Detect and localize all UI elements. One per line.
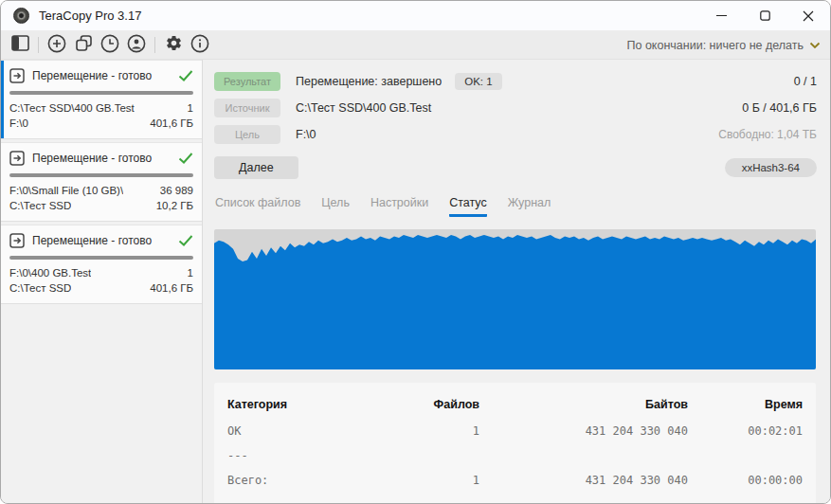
close-button[interactable] xyxy=(786,1,830,30)
stats-header-row: Категория Файлов Байтов Время xyxy=(227,392,803,417)
task-title: Перемещение - готово xyxy=(32,234,171,247)
result-pill[interactable]: Результат xyxy=(214,72,280,91)
on-finish-label: По окончании: ничего не делать xyxy=(626,39,804,52)
app-icon xyxy=(13,8,29,24)
files-counter: 0 / 1 xyxy=(794,75,817,88)
next-button[interactable]: Далее xyxy=(214,156,298,179)
task-size: 10,2 ГБ xyxy=(156,198,193,213)
ok-count-badge[interactable]: OK: 1 xyxy=(455,73,501,90)
close-icon xyxy=(803,10,814,22)
window-controls xyxy=(699,1,830,30)
chevron-down-icon xyxy=(809,42,821,49)
tab-settings[interactable]: Настройки xyxy=(370,196,428,217)
cell-files: 1 xyxy=(370,419,479,443)
history-button[interactable] xyxy=(97,33,123,58)
info-circle-icon xyxy=(190,34,209,57)
task-card[interactable]: Перемещение - готово C:\Тест SSD\400 GB.… xyxy=(1,60,202,139)
move-task-icon xyxy=(9,68,25,83)
task-list-sidebar: Перемещение - готово C:\Тест SSD\400 GB.… xyxy=(1,60,203,504)
task-progress-bar xyxy=(9,173,193,177)
task-summary: Результат Перемещение: завершено OK: 1 0… xyxy=(203,60,830,180)
copy-button[interactable] xyxy=(70,33,97,58)
task-title: Перемещение - готово xyxy=(32,152,171,165)
cell-bytes: 431 204 330 040 xyxy=(479,468,688,493)
title-bar: TeraCopy Pro 3.17 xyxy=(1,1,830,31)
toolbar: По окончании: ничего не делать xyxy=(1,31,830,60)
col-files: Файлов xyxy=(370,392,479,417)
info-button[interactable] xyxy=(187,33,213,58)
window-title: TeraCopy Pro 3.17 xyxy=(39,9,141,23)
minimize-button[interactable] xyxy=(699,1,743,30)
tab-status[interactable]: Статус xyxy=(449,196,487,217)
task-progress-bar xyxy=(9,91,193,95)
cell-category: --- xyxy=(227,443,370,468)
cell-time: 00:02:01 xyxy=(688,419,803,443)
result-status-text: Перемещение: завершено xyxy=(296,75,442,88)
target-path: F:\0 xyxy=(296,128,316,141)
maximize-icon xyxy=(760,10,770,21)
task-size: 401,6 ГБ xyxy=(150,280,193,296)
task-source-path: F:\0\400 GB.Test xyxy=(9,265,91,280)
add-task-button[interactable] xyxy=(44,33,70,58)
stats-row-total: Всего: 1 431 204 330 040 00:00:00 xyxy=(227,468,803,493)
minimize-icon xyxy=(716,10,727,21)
check-icon xyxy=(178,153,193,164)
hash-algorithm-button[interactable]: xxHash3-64 xyxy=(725,158,817,177)
task-file-count: 1 xyxy=(188,100,193,116)
clock-icon xyxy=(100,34,119,57)
cell-time xyxy=(688,443,803,468)
cell-files xyxy=(370,443,479,468)
task-size: 401,6 ГБ xyxy=(150,116,193,131)
tab-log[interactable]: Журнал xyxy=(508,196,551,217)
speed-area xyxy=(214,235,816,369)
transfer-speed-chart xyxy=(214,229,816,369)
account-button[interactable] xyxy=(123,33,150,58)
tab-bar: Список файлов Цель Настройки Статус Журн… xyxy=(203,187,830,217)
cell-time: 00:00:00 xyxy=(688,468,803,493)
sidebar-toggle-button[interactable] xyxy=(7,33,33,58)
bytes-progress: 0 Б / 401,6 ГБ xyxy=(742,101,817,115)
task-target-path: C:\Тест SSD xyxy=(9,280,71,296)
move-task-icon xyxy=(9,151,25,166)
copy-icon xyxy=(75,34,93,56)
col-bytes: Байтов xyxy=(479,392,688,417)
task-card[interactable]: Перемещение - готово F:\0\400 GB.Test1 C… xyxy=(1,225,202,304)
check-icon xyxy=(178,235,193,246)
status-stats-table: Категория Файлов Байтов Время OK 1 431 2… xyxy=(214,383,816,504)
free-space-text: Свободно: 1,04 ТБ xyxy=(718,128,817,141)
app-window: TeraCopy Pro 3.17 xyxy=(0,0,831,504)
target-pill[interactable]: Цель xyxy=(214,125,280,144)
sidebar-toggle-icon xyxy=(11,35,29,55)
on-finish-dropdown[interactable]: По окончании: ничего не делать xyxy=(626,39,821,52)
col-time: Время xyxy=(688,392,803,417)
main-panel: Результат Перемещение: завершено OK: 1 0… xyxy=(203,60,830,504)
tab-file-list[interactable]: Список файлов xyxy=(215,196,300,217)
task-progress-bar xyxy=(9,256,193,260)
settings-button[interactable] xyxy=(160,33,187,58)
cell-bytes: 431 204 330 040 xyxy=(479,419,688,443)
toolbar-separator xyxy=(154,37,155,53)
user-circle-icon xyxy=(127,34,146,57)
source-pill[interactable]: Источник xyxy=(214,99,280,117)
check-icon xyxy=(178,70,193,81)
cell-bytes xyxy=(479,443,688,468)
task-file-count: 1 xyxy=(188,265,193,280)
task-file-count: 36 989 xyxy=(160,183,193,198)
task-source-path: F:\0\Small File (10 GB)\ xyxy=(9,183,123,198)
maximize-button[interactable] xyxy=(743,1,786,30)
task-card[interactable]: Перемещение - готово F:\0\Small File (10… xyxy=(1,142,202,222)
cell-category: Всего: xyxy=(227,468,370,493)
task-source-path: C:\Тест SSD\400 GB.Test xyxy=(9,100,135,116)
move-task-icon xyxy=(9,233,25,248)
task-target-path: F:\0 xyxy=(9,116,28,131)
toolbar-separator xyxy=(38,37,39,53)
source-path: C:\Тест SSD\400 GB.Test xyxy=(296,101,431,115)
cell-category: OK xyxy=(227,419,370,443)
stats-row-separator: --- xyxy=(227,443,803,468)
task-title: Перемещение - готово xyxy=(32,69,171,82)
speed-chart-svg xyxy=(214,229,816,369)
tab-target[interactable]: Цель xyxy=(321,196,350,217)
cell-files: 1 xyxy=(370,468,479,493)
stats-row-ok: OK 1 431 204 330 040 00:02:01 xyxy=(227,419,803,443)
col-category: Категория xyxy=(227,392,370,417)
